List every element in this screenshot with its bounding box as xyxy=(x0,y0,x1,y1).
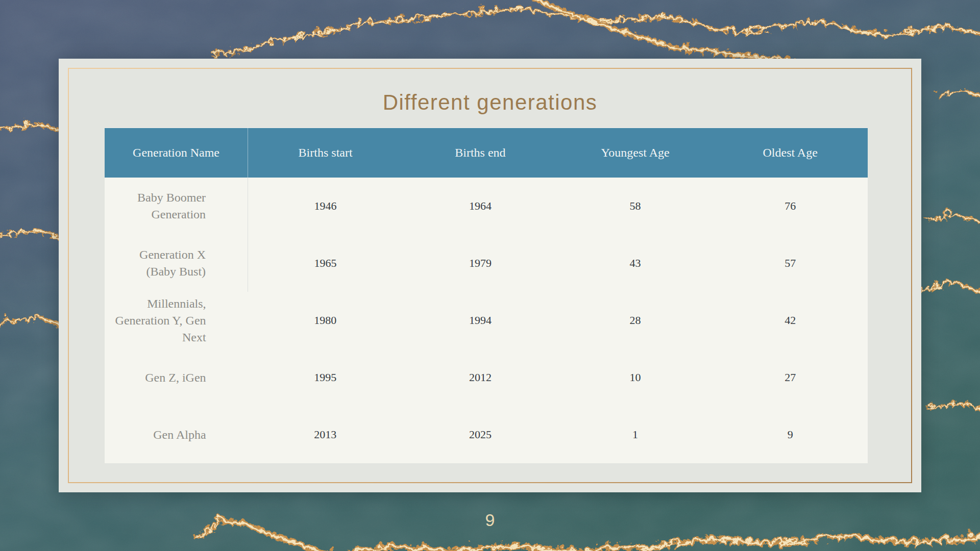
column-header-youngest-age: Youngest Age xyxy=(558,128,713,178)
births-start-cell: 1965 xyxy=(248,235,403,292)
births-end-cell: 1994 xyxy=(403,292,558,349)
table-row: Gen Z, iGen 1995 2012 10 27 xyxy=(105,349,868,406)
oldest-age-cell: 42 xyxy=(713,292,868,349)
youngest-age-cell: 43 xyxy=(558,235,713,292)
page-number: 9 xyxy=(0,510,980,530)
births-start-cell: 1995 xyxy=(248,349,403,406)
presentation-slide: Different generations Generation Name Bi… xyxy=(0,0,980,551)
table-row: Gen Alpha 2013 2025 1 9 xyxy=(105,406,868,463)
table-header-row: Generation Name Births start Births end … xyxy=(105,128,868,178)
generation-name-cell: Millennials, Generation Y, Gen Next xyxy=(105,292,248,349)
column-header-births-end: Births end xyxy=(403,128,558,178)
oldest-age-cell: 27 xyxy=(713,349,868,406)
slide-card: Different generations Generation Name Bi… xyxy=(59,59,921,492)
oldest-age-cell: 9 xyxy=(713,406,868,463)
column-header-generation-name: Generation Name xyxy=(105,128,248,178)
births-end-cell: 2025 xyxy=(403,406,558,463)
generations-table: Generation Name Births start Births end … xyxy=(105,128,868,463)
youngest-age-cell: 28 xyxy=(558,292,713,349)
oldest-age-cell: 57 xyxy=(713,235,868,292)
generation-name-cell: Gen Z, iGen xyxy=(105,349,248,406)
table-row: Generation X (Baby Bust) 1965 1979 43 57 xyxy=(105,235,868,292)
youngest-age-cell: 10 xyxy=(558,349,713,406)
youngest-age-cell: 58 xyxy=(558,178,713,235)
table-row: Baby Boomer Generation 1946 1964 58 76 xyxy=(105,178,868,235)
births-start-cell: 1946 xyxy=(248,178,403,235)
column-header-births-start: Births start xyxy=(248,128,403,178)
generation-name-cell: Gen Alpha xyxy=(105,406,248,463)
youngest-age-cell: 1 xyxy=(558,406,713,463)
column-header-oldest-age: Oldest Age xyxy=(713,128,868,178)
births-start-cell: 1980 xyxy=(248,292,403,349)
births-end-cell: 1979 xyxy=(403,235,558,292)
births-end-cell: 1964 xyxy=(403,178,558,235)
oldest-age-cell: 76 xyxy=(713,178,868,235)
generation-name-cell: Baby Boomer Generation xyxy=(105,178,248,235)
generation-name-cell: Generation X (Baby Bust) xyxy=(105,235,248,292)
table-row: Millennials, Generation Y, Gen Next 1980… xyxy=(105,292,868,349)
slide-title: Different generations xyxy=(59,90,921,115)
births-start-cell: 2013 xyxy=(248,406,403,463)
births-end-cell: 2012 xyxy=(403,349,558,406)
